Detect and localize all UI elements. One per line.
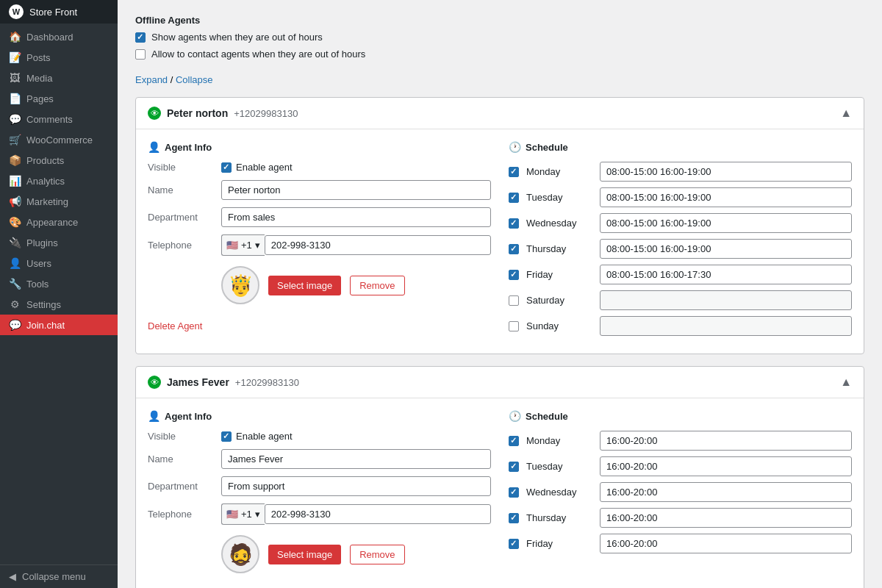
dashboard-icon: 🏠 xyxy=(9,31,21,43)
agent1-name-row: Name xyxy=(148,180,491,200)
agent1-name-field xyxy=(221,180,491,200)
agent2-avatar-row: 🧔 Select image Remove xyxy=(148,532,491,573)
agent1-thursday-checkbox[interactable] xyxy=(509,244,519,254)
agent2-tel-label: Telephone xyxy=(148,509,221,520)
sidebar-item-pages[interactable]: 📄 Pages xyxy=(0,88,118,109)
agent2-friday-checkbox[interactable] xyxy=(509,539,519,549)
agent2-thursday-checkbox[interactable] xyxy=(509,513,519,523)
show-agents-checkbox[interactable] xyxy=(135,32,146,43)
agent1-tuesday-input[interactable] xyxy=(600,187,852,207)
agent1-saturday-input[interactable] xyxy=(600,290,852,310)
offline-agents-title-row: Offline Agents xyxy=(135,15,864,26)
agent2-country-select[interactable]: 🇺🇸 +1 ▾ xyxy=(221,503,265,525)
sidebar-item-label: Posts xyxy=(26,52,51,63)
sidebar-item-dashboard[interactable]: 🏠 Dashboard xyxy=(0,26,118,47)
agent2-country-code: +1 xyxy=(241,509,252,520)
agent2-name-input[interactable] xyxy=(221,449,491,469)
sidebar-item-marketing[interactable]: 📢 Marketing xyxy=(0,191,118,212)
agent1-name-header: Peter norton xyxy=(167,107,228,119)
agent1-schedule: 🕐 Schedule Monday Tuesday Wednesday xyxy=(509,141,852,342)
sidebar-item-label: Users xyxy=(26,258,51,269)
agent1-monday-checkbox[interactable] xyxy=(509,167,519,177)
comments-icon: 💬 xyxy=(9,113,21,125)
sidebar-item-tools[interactable]: 🔧 Tools xyxy=(0,273,118,294)
media-icon: 🖼 xyxy=(9,72,21,84)
collapse-label: Collapse menu xyxy=(22,571,86,582)
sidebar-item-settings[interactable]: ⚙ Settings xyxy=(0,294,118,315)
agent2-enable-text: Enable agent xyxy=(236,431,293,442)
agent2-tuesday-checkbox[interactable] xyxy=(509,462,519,472)
site-title: Store Front xyxy=(29,7,77,18)
agent2-enable-checkbox[interactable] xyxy=(221,431,232,442)
sidebar-item-comments[interactable]: 💬 Comments xyxy=(0,109,118,129)
sidebar-item-label: Products xyxy=(26,155,64,166)
agent2-dept-input[interactable] xyxy=(221,476,491,496)
agent2-monday-input[interactable] xyxy=(600,431,852,451)
agent1-collapse-arrow[interactable]: ▲ xyxy=(840,107,852,120)
agent1-friday-label: Friday xyxy=(526,269,592,280)
agent2-wednesday-input[interactable] xyxy=(600,482,852,502)
agent1-enable-checkbox[interactable] xyxy=(221,162,232,173)
sidebar-item-plugins[interactable]: 🔌 Plugins xyxy=(0,232,118,253)
agent1-sunday-input[interactable] xyxy=(600,316,852,336)
collapse-link[interactable]: Collapse xyxy=(176,74,213,85)
agent1-saturday-checkbox[interactable] xyxy=(509,295,519,306)
agent1-info-heading: 👤 Agent Info xyxy=(148,141,491,153)
sidebar-item-label: Plugins xyxy=(26,237,58,248)
agent1-sunday-checkbox[interactable] xyxy=(509,321,519,331)
agent1-phone-input[interactable] xyxy=(265,235,491,255)
offline-agents-title: Offline Agents xyxy=(135,15,200,26)
agent2-avatar: 🧔 xyxy=(221,535,259,573)
agent2-collapse-arrow[interactable]: ▲ xyxy=(840,376,852,389)
sidebar-item-posts[interactable]: 📝 Posts xyxy=(0,47,118,68)
agent2-tuesday-input[interactable] xyxy=(600,456,852,476)
agent2-schedule-icon: 🕐 xyxy=(509,410,521,422)
agent1-remove-btn[interactable]: Remove xyxy=(350,276,404,295)
agent2-remove-btn[interactable]: Remove xyxy=(350,545,404,564)
agent2-select-image-btn[interactable]: Select image xyxy=(268,545,341,564)
sidebar-item-products[interactable]: 📦 Products xyxy=(0,150,118,171)
agent1-friday-checkbox[interactable] xyxy=(509,270,519,280)
agent2-dropdown-arrow-icon: ▾ xyxy=(255,509,260,520)
sidebar-item-appearance[interactable]: 🎨 Appearance xyxy=(0,212,118,232)
sidebar-item-woocommerce[interactable]: 🛒 WooCommerce xyxy=(0,129,118,150)
agent2-visible-label: Visible xyxy=(148,431,221,442)
agent2-phone-input[interactable] xyxy=(265,504,491,524)
agent-info-label: Agent Info xyxy=(165,142,212,153)
agent1-sunday-label: Sunday xyxy=(526,320,592,331)
collapse-menu[interactable]: ◀ Collapse menu xyxy=(0,564,118,588)
expand-link[interactable]: Expand xyxy=(135,74,168,85)
sidebar-item-users[interactable]: 👤 Users xyxy=(0,253,118,273)
sidebar-item-label: Comments xyxy=(26,114,73,125)
posts-icon: 📝 xyxy=(9,51,21,63)
agent1-name-input[interactable] xyxy=(221,180,491,200)
agent1-tuesday-checkbox[interactable] xyxy=(509,193,519,203)
agent1-wednesday-checkbox[interactable] xyxy=(509,218,519,229)
agent2-wednesday-checkbox[interactable] xyxy=(509,487,519,498)
agent1-select-image-btn[interactable]: Select image xyxy=(268,276,341,295)
agent1-friday-input[interactable] xyxy=(600,265,852,284)
agent1-visible-value: Enable agent xyxy=(221,162,491,173)
agent1-dept-input[interactable] xyxy=(221,207,491,227)
agent1-monday-input[interactable] xyxy=(600,162,852,182)
sidebar-item-analytics[interactable]: 📊 Analytics xyxy=(0,171,118,191)
agent2-name-field xyxy=(221,449,491,469)
agent2-friday-input[interactable] xyxy=(600,534,852,553)
agent2-thursday-input[interactable] xyxy=(600,508,852,528)
allow-contact-checkbox[interactable] xyxy=(135,49,146,60)
agent1-delete-link[interactable]: Delete Agent xyxy=(148,320,202,331)
agent1-wednesday-row: Wednesday xyxy=(509,213,852,233)
agent1-wednesday-input[interactable] xyxy=(600,213,852,233)
sidebar-item-joinchat[interactable]: 💬 Join.chat xyxy=(0,315,118,335)
sidebar-item-media[interactable]: 🖼 Media xyxy=(0,68,118,88)
agent1-avatar-section: 🤴 Select image Remove xyxy=(221,266,405,304)
agent2-header: 👁 James Fever +12029983130 ▲ xyxy=(136,367,864,398)
agent2-card: 👁 James Fever +12029983130 ▲ 👤 Agent Inf… xyxy=(135,366,864,588)
agent2-visible-row: Visible Enable agent xyxy=(148,431,491,442)
agent1-thursday-input[interactable] xyxy=(600,239,852,259)
agent1-sunday-row: Sunday xyxy=(509,316,852,336)
agent2-monday-checkbox[interactable] xyxy=(509,436,519,446)
agent1-country-select[interactable]: 🇺🇸 +1 ▾ xyxy=(221,234,265,256)
agent1-tel-field: 🇺🇸 +1 ▾ xyxy=(221,234,491,256)
agent2-info-icon: 👤 xyxy=(148,410,160,422)
